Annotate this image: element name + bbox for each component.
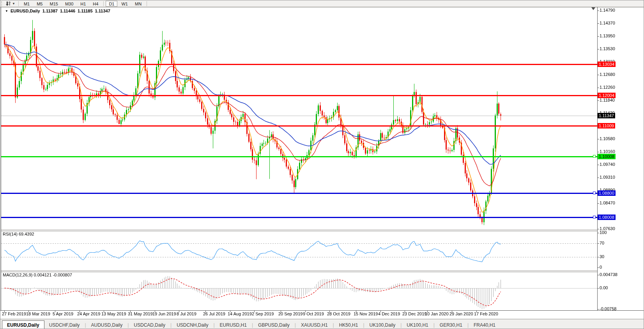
hline-price-flag[interactable]: 1.12004 bbox=[598, 93, 616, 98]
timeframe-button-mn[interactable]: MN bbox=[132, 1, 145, 7]
ohlc-low: 1.11185 bbox=[78, 9, 93, 13]
line-handle[interactable] bbox=[593, 192, 596, 194]
timeframe-button-h4[interactable]: H4 bbox=[90, 1, 101, 7]
toolbar-separator bbox=[18, 1, 19, 6]
line-handle[interactable] bbox=[593, 216, 596, 218]
rsi-axis-tick: 100 bbox=[600, 230, 607, 235]
price-axis-tick: 1.09310 bbox=[600, 175, 615, 179]
chart-tab-usdcnh-daily[interactable]: USDCNH,Daily bbox=[172, 321, 213, 329]
price-axis-tick: 1.10160 bbox=[600, 149, 615, 154]
hline-price-flag[interactable]: 1.10008 bbox=[598, 154, 616, 159]
rsi-indicator-label: RSI(14) 69.4392 bbox=[3, 232, 34, 236]
chevron-down-icon[interactable]: ▼ bbox=[12, 2, 15, 5]
ohlc-close: 1.11347 bbox=[95, 9, 110, 13]
price-axis-tick: 1.09740 bbox=[600, 162, 615, 167]
ohlc-open: 1.11387 bbox=[42, 9, 58, 13]
macd-axis-tick: 0.00 bbox=[600, 285, 608, 290]
macd-indicator-label: MACD(12,26,9) 0.004121 -0.000807 bbox=[3, 273, 72, 277]
timeframe-button-w1[interactable]: W1 bbox=[118, 1, 131, 7]
date-axis-label: 5 Apr 2019 bbox=[53, 311, 73, 316]
chart-shift-marker[interactable] bbox=[591, 7, 595, 10]
chart-tab-bar: EURUSD,DailyUSDCHF,Daily|AUDUSD,Daily|US… bbox=[0, 319, 644, 329]
date-axis-label: 4 Dec 2019 bbox=[378, 311, 400, 316]
chart-title: ▼ EURUSD,Daily 1.11387 1.11446 1.11185 1… bbox=[5, 9, 110, 13]
date-axis-label: 18 Mar 2019 bbox=[26, 311, 50, 316]
hline-price-flag[interactable]: 1.13034 bbox=[598, 62, 616, 67]
timeframe-button-m30[interactable]: M30 bbox=[62, 1, 76, 7]
date-axis-label: 13 May 2019 bbox=[101, 311, 126, 316]
hline-price-flag[interactable]: 1.11009 bbox=[598, 123, 615, 128]
chart-window: ▼ M1M5M15M30H1H4D1W1MN ▼ EURUSD,Daily 1.… bbox=[0, 0, 644, 329]
price-chart-canvas[interactable] bbox=[0, 0, 644, 329]
date-axis-label: 2 Sep 2019 bbox=[252, 311, 274, 316]
timeframe-button-m1[interactable]: M1 bbox=[21, 1, 33, 7]
price-axis-tick: 1.14370 bbox=[600, 21, 615, 25]
timeframe-toolbar: ▼ M1M5M15M30H1H4D1W1MN bbox=[0, 0, 644, 7]
date-axis-label: 31 May 2019 bbox=[128, 311, 153, 316]
collapse-arrow-icon[interactable]: ▼ bbox=[5, 9, 8, 13]
chart-tab-ger30-h1[interactable]: GER30,H1 bbox=[435, 321, 467, 329]
date-axis-label: 14 Aug 2019 bbox=[228, 311, 252, 316]
macd-axis-tick: -0.00758 bbox=[600, 306, 616, 311]
toolbar-separator bbox=[147, 1, 147, 6]
chart-symbol-label: EURUSD,Daily bbox=[11, 9, 40, 13]
date-axis-label: 27 Feb 2019 bbox=[2, 311, 26, 316]
chart-tab-usdchf-daily[interactable]: USDCHF,Daily bbox=[44, 321, 85, 329]
toolbar-grip[interactable] bbox=[1, 1, 3, 6]
date-axis-label: 24 Apr 2019 bbox=[77, 311, 100, 316]
date-axis-label: 10 Jan 2020 bbox=[425, 311, 449, 316]
toolbar-separator bbox=[103, 1, 104, 6]
price-axis-tick: 1.13950 bbox=[600, 33, 615, 38]
price-axis-tick: 1.13530 bbox=[600, 46, 615, 51]
date-axis-label: 29 Jan 2020 bbox=[449, 311, 473, 316]
hline-price-flag[interactable]: 1.08008 bbox=[598, 215, 616, 220]
date-axis-label: 9 Oct 2019 bbox=[303, 311, 324, 316]
timeframe-button-d1[interactable]: D1 bbox=[106, 1, 117, 7]
rsi-axis-tick: 30 bbox=[600, 254, 604, 259]
price-axis-tick: 1.14790 bbox=[600, 8, 615, 12]
date-axis-label: 28 Oct 2019 bbox=[327, 311, 350, 316]
periods-button[interactable]: ▼ bbox=[4, 1, 17, 7]
price-axis-tick: 1.10580 bbox=[600, 136, 615, 141]
price-axis-tick: 1.08470 bbox=[600, 201, 615, 205]
timeframe-button-m5[interactable]: M5 bbox=[34, 1, 46, 7]
chart-tab-audusd-daily[interactable]: AUDUSD,Daily bbox=[87, 321, 127, 329]
chart-tab-usdcad-daily[interactable]: USDCAD,Daily bbox=[129, 321, 170, 329]
date-axis-label: 8 Jul 2019 bbox=[177, 311, 196, 316]
chart-tab-gbpusd-daily[interactable]: GBPUSD,Daily bbox=[253, 321, 294, 329]
line-handle[interactable] bbox=[593, 155, 596, 158]
current-price-flag: 1.11347 bbox=[598, 113, 615, 118]
date-axis-label: 15 Nov 2019 bbox=[354, 311, 378, 316]
chart-tab-hk50-h1[interactable]: HK50,H1 bbox=[334, 321, 363, 329]
rsi-axis-tick: 70 bbox=[600, 241, 604, 245]
macd-axis-tick: 0.004738 bbox=[600, 272, 617, 277]
price-axis-tick: 1.11840 bbox=[600, 98, 615, 102]
timeframe-buttons: M1M5M15M30H1H4D1W1MN bbox=[20, 1, 149, 7]
date-axis-label: 23 Dec 2019 bbox=[402, 311, 426, 316]
date-axis-label: 19 Jun 2019 bbox=[152, 311, 176, 316]
chart-tab-uk100-h1[interactable]: UK100,H1 bbox=[402, 321, 433, 329]
chart-tab-uk100-daily[interactable]: UK100,Daily bbox=[365, 321, 400, 329]
periods-icon bbox=[6, 1, 11, 6]
timeframe-button-h1[interactable]: H1 bbox=[77, 1, 89, 7]
price-axis-tick: 1.12680 bbox=[600, 72, 615, 77]
date-axis-label: 17 Feb 2020 bbox=[474, 311, 498, 316]
timeframe-button-m15[interactable]: M15 bbox=[46, 1, 61, 7]
chart-tab-xauusd-h1[interactable]: XAUUSD,H1 bbox=[296, 321, 333, 329]
date-axis-label: 20 Sep 2019 bbox=[278, 311, 303, 316]
price-axis-tick: 1.12260 bbox=[600, 85, 615, 90]
chart-tab-fra40-h1[interactable]: FRA40,H1 bbox=[469, 321, 500, 329]
chart-tab-eurusd-h1[interactable]: EURUSD,H1 bbox=[215, 321, 251, 329]
chart-tab-eurusd-daily[interactable]: EURUSD,Daily bbox=[2, 320, 44, 329]
hline-price-flag[interactable]: 1.08800 bbox=[598, 190, 616, 196]
rsi-axis-tick: 0 bbox=[600, 265, 602, 269]
ohlc-high: 1.11446 bbox=[60, 9, 75, 13]
date-axis-label: 26 Jul 2019 bbox=[203, 311, 225, 316]
